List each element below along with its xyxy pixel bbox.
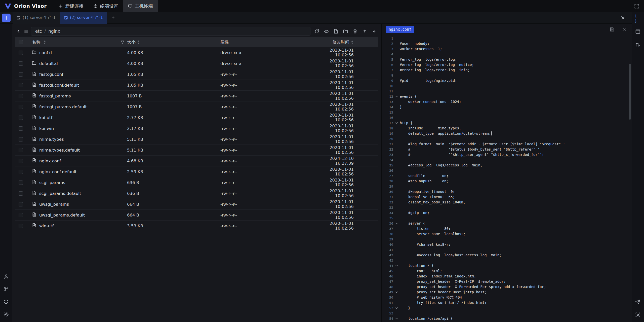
menu-item-terminal-settings[interactable]: 终端设置 bbox=[88, 0, 123, 12]
editor-line[interactable]: 32 client_max_body_size 1048m; bbox=[382, 200, 632, 205]
trash-button[interactable] bbox=[351, 27, 359, 35]
panel-toggle-button[interactable] bbox=[635, 28, 641, 35]
file-row[interactable]: nginx.conf.default2.59 KB-rw-r--r--2020-… bbox=[15, 166, 378, 177]
file-name[interactable]: scgi_params bbox=[39, 180, 65, 185]
editor-line[interactable]: 50 # web history 模式 404 bbox=[382, 295, 632, 300]
row-checkbox[interactable] bbox=[19, 170, 23, 174]
file-name[interactable]: mime.types bbox=[39, 137, 64, 142]
shortcuts-button[interactable] bbox=[3, 286, 10, 292]
tab-2[interactable]: (2) server-生产-1 bbox=[60, 12, 107, 24]
row-checkbox[interactable] bbox=[19, 83, 23, 87]
file-row[interactable]: uwsgi_params664 B-rw-r--r--2020-11-01 10… bbox=[15, 199, 378, 210]
editor-line[interactable]: 28 #tcp_nopush on; bbox=[382, 178, 632, 184]
file-row[interactable]: fastcgi.conf.default1.05 KB-rw-r--r--202… bbox=[15, 80, 378, 91]
row-checkbox[interactable] bbox=[19, 181, 23, 185]
screenshot-button[interactable] bbox=[635, 311, 641, 318]
file-row[interactable]: nginx.conf4.68 KB-rw-r--r--2024-12-10 16… bbox=[15, 156, 378, 166]
save-button[interactable] bbox=[609, 26, 615, 32]
fold-chevron-icon[interactable] bbox=[393, 305, 400, 311]
editor-line[interactable]: 52 } bbox=[382, 305, 632, 311]
breadcrumb[interactable]: etc / nginx bbox=[31, 27, 310, 35]
editor-line[interactable]: 42 #access_log logs/host.access.log main… bbox=[382, 253, 632, 258]
editor-line[interactable]: 33 bbox=[382, 205, 632, 210]
menu-item-host-terminal[interactable]: 主机终端 bbox=[123, 0, 158, 12]
file-name[interactable]: fastcgi_params.default bbox=[39, 104, 87, 109]
open-file-tag[interactable]: nginx.conf bbox=[386, 26, 414, 33]
user-button[interactable] bbox=[3, 273, 10, 280]
close-panel-button[interactable] bbox=[621, 16, 632, 20]
row-checkbox[interactable] bbox=[19, 105, 23, 109]
tab-1[interactable]: (1) server-生产-1 bbox=[13, 12, 60, 24]
editor-line[interactable]: 26 bbox=[382, 168, 632, 173]
editor-line[interactable]: 45 root html; bbox=[382, 268, 632, 274]
sort-mtime-icon[interactable] bbox=[351, 40, 354, 44]
editor-line[interactable]: 25 #access_log logs/access.log main; bbox=[382, 163, 632, 168]
editor-line[interactable]: 30 #keepalive_timeout 0; bbox=[382, 189, 632, 194]
sort-size-icon[interactable] bbox=[137, 40, 140, 44]
file-row[interactable]: fastcgi_params.default1007 B-rw-r--r--20… bbox=[15, 101, 378, 112]
editor-line[interactable]: 37 listen 80; bbox=[382, 226, 632, 231]
file-name[interactable]: uwsgi_params bbox=[39, 202, 69, 207]
editor-line[interactable]: 12events { bbox=[382, 94, 632, 99]
editor-scrollbar[interactable] bbox=[629, 64, 631, 120]
row-checkbox[interactable] bbox=[19, 61, 23, 66]
file-row[interactable]: koi-win2.17 KB-rw-r--r--2020-11-01 10:02… bbox=[15, 123, 378, 134]
fold-chevron-icon[interactable] bbox=[393, 221, 400, 226]
editor-line[interactable]: 23 # '"$http_user_agent" "$http_x_forwar… bbox=[382, 152, 632, 157]
add-tab-button[interactable] bbox=[107, 15, 119, 20]
file-name[interactable]: default.d bbox=[39, 61, 58, 66]
file-row[interactable]: mime.types5.11 KB-rw-r--r--2020-11-01 10… bbox=[15, 134, 378, 145]
list-view-button[interactable] bbox=[22, 27, 30, 35]
editor-line[interactable]: 22 # '$status $body_bytes_sent "$http_re… bbox=[382, 147, 632, 152]
fold-chevron-icon[interactable] bbox=[393, 120, 400, 126]
file-row[interactable]: fastcgi_params1007 B-rw-r--r--2020-11-01… bbox=[15, 91, 378, 101]
new-tab-primary-button[interactable] bbox=[2, 14, 11, 22]
row-checkbox[interactable] bbox=[19, 224, 23, 228]
editor-line[interactable]: 10 bbox=[382, 83, 632, 89]
file-name[interactable]: koi-win bbox=[39, 126, 54, 131]
row-checkbox[interactable] bbox=[19, 159, 23, 163]
refresh-button[interactable] bbox=[313, 27, 320, 35]
editor-line[interactable]: 6#error_log logs/error.log notice; bbox=[382, 62, 632, 67]
editor-line[interactable]: 49 proxy_set_header Host $http_host; bbox=[382, 290, 632, 295]
editor-line[interactable]: 17http { bbox=[382, 120, 632, 126]
fold-chevron-icon[interactable] bbox=[393, 316, 400, 321]
menu-item-new-connection[interactable]: 新建连接 bbox=[54, 0, 88, 12]
fold-chevron-icon[interactable] bbox=[393, 94, 400, 99]
editor-line[interactable]: 40 #charset koi8-r; bbox=[382, 242, 632, 247]
breadcrumb-segment[interactable]: nginx bbox=[48, 29, 60, 34]
file-name[interactable]: mime.types.default bbox=[39, 148, 80, 153]
editor-line[interactable]: 2#user nobody; bbox=[382, 41, 632, 46]
editor-line[interactable]: 7#error_log logs/error.log info; bbox=[382, 67, 632, 73]
file-row[interactable]: scgi_params636 B-rw-r--r--2020-11-01 10:… bbox=[15, 177, 378, 188]
file-row[interactable]: win-utf3.53 KB-rw-r--r--2020-11-01 10:02… bbox=[15, 221, 378, 231]
file-row[interactable]: uwsgi_params.default664 B-rw-r--r--2020-… bbox=[15, 210, 378, 221]
row-checkbox[interactable] bbox=[19, 72, 23, 77]
file-row[interactable]: conf.d4.00 KBdrwxr-xr-x2020-11-01 10:02:… bbox=[15, 47, 378, 58]
editor-line[interactable]: 3worker_processes 1; bbox=[382, 46, 632, 52]
row-checkbox[interactable] bbox=[19, 116, 23, 120]
editor-line[interactable]: 44 location / { bbox=[382, 263, 632, 268]
file-name[interactable]: nginx.conf bbox=[39, 159, 61, 163]
filter-icon[interactable] bbox=[120, 40, 125, 44]
editor-line[interactable]: 1 bbox=[382, 36, 632, 41]
row-checkbox[interactable] bbox=[19, 202, 23, 206]
fullscreen-button[interactable] bbox=[633, 3, 640, 9]
file-name[interactable]: fastcgi.conf bbox=[39, 72, 63, 77]
editor-lines[interactable]: 12#user nobody;3worker_processes 1;45#er… bbox=[382, 35, 632, 322]
editor-line[interactable]: 8 bbox=[382, 73, 632, 78]
editor-line[interactable]: 19 default_type application/octet-stream… bbox=[382, 131, 632, 136]
editor-line[interactable]: 38 server_name localhost; bbox=[382, 231, 632, 237]
editor-line[interactable]: 24 bbox=[382, 157, 632, 163]
fold-chevron-icon[interactable] bbox=[393, 263, 400, 268]
editor-line[interactable]: 29 bbox=[382, 184, 632, 189]
breadcrumb-segment[interactable]: etc bbox=[35, 29, 42, 34]
file-row[interactable]: default.d4.00 KBdrwxr-xr-x2020-11-01 10:… bbox=[15, 58, 378, 69]
select-all-checkbox[interactable] bbox=[19, 40, 23, 44]
editor-line[interactable]: 53 bbox=[382, 311, 632, 316]
editor-line[interactable]: 47 proxy_set_header X-Real-IP $remote_ad… bbox=[382, 279, 632, 284]
sync-button[interactable] bbox=[3, 298, 10, 305]
file-name[interactable]: win-utf bbox=[39, 224, 54, 228]
file-row[interactable]: mime.types.default5.11 KB-rw-r--r--2020-… bbox=[15, 145, 378, 156]
app-logo[interactable]: Orion Visor bbox=[0, 0, 54, 12]
